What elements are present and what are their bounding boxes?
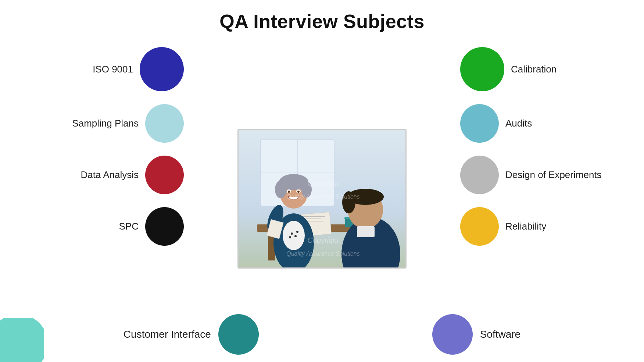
- svg-rect-34: [357, 226, 375, 237]
- circle-software: [432, 314, 473, 355]
- label-iso9001: ISO 9001: [93, 64, 133, 75]
- svg-point-22: [275, 181, 287, 198]
- svg-text:Copyright: Copyright: [307, 179, 339, 187]
- subject-row-data-analysis: Data Analysis: [80, 156, 191, 194]
- circle-audits: [460, 104, 499, 143]
- circle-reliability: [460, 207, 499, 246]
- svg-point-18: [296, 231, 298, 233]
- svg-point-16: [294, 235, 297, 237]
- svg-text:Quality Assurance Solutions: Quality Assurance Solutions: [286, 251, 360, 257]
- label-audits: Audits: [505, 118, 532, 129]
- svg-point-14: [283, 221, 305, 250]
- label-customer-interface: Customer Interface: [124, 329, 211, 340]
- circle-data-analysis: [145, 156, 184, 194]
- subject-row-spc: SPC: [119, 207, 191, 246]
- bottom-row: Customer Interface Software: [0, 314, 644, 355]
- label-calibration: Calibration: [511, 64, 557, 75]
- circle-calibration: [460, 47, 504, 91]
- circle-doe: [460, 156, 499, 194]
- circle-sampling-plans: [145, 104, 184, 143]
- left-column: ISO 9001 Sampling Plans Data Analysis SP…: [0, 36, 191, 361]
- subject-row-iso9001: ISO 9001: [93, 47, 191, 91]
- main-layout: ISO 9001 Sampling Plans Data Analysis SP…: [0, 36, 644, 361]
- svg-point-17: [289, 236, 291, 238]
- page-title: QA Interview Subjects: [0, 0, 644, 36]
- label-data-analysis: Data Analysis: [80, 169, 139, 181]
- label-sampling-plans: Sampling Plans: [72, 118, 139, 129]
- label-reliability: Reliability: [505, 221, 546, 232]
- interview-svg: Copyright Quality Assurance Solutions Co…: [239, 129, 405, 269]
- svg-point-26: [288, 191, 290, 193]
- subject-row-sampling-plans: Sampling Plans: [72, 104, 191, 143]
- subject-row-doe: Design of Experiments: [453, 156, 602, 194]
- right-column: Calibration Audits Design of Experiments…: [453, 36, 644, 361]
- svg-point-27: [297, 191, 300, 193]
- subject-row-reliability: Reliability: [453, 207, 546, 246]
- circle-customer-interface: [218, 314, 259, 355]
- center-column: Copyright Quality Assurance Solutions Co…: [191, 36, 453, 361]
- interview-image: Copyright Quality Assurance Solutions Co…: [237, 129, 407, 269]
- label-doe: Design of Experiments: [505, 169, 602, 181]
- svg-text:Copyright: Copyright: [307, 236, 339, 244]
- subject-row-audits: Audits: [453, 104, 532, 143]
- bottom-item-software: Software: [432, 314, 521, 355]
- svg-rect-8: [303, 216, 325, 217]
- bottom-item-customer-interface: Customer Interface: [124, 314, 259, 355]
- subject-row-calibration: Calibration: [453, 47, 557, 91]
- svg-point-15: [291, 233, 293, 235]
- label-software: Software: [480, 329, 521, 340]
- svg-text:Quality Assurance Solutions: Quality Assurance Solutions: [286, 194, 360, 200]
- label-spc: SPC: [119, 221, 139, 232]
- circle-spc: [145, 207, 184, 246]
- circle-iso9001: [140, 47, 184, 91]
- corner-decoration: [0, 318, 44, 362]
